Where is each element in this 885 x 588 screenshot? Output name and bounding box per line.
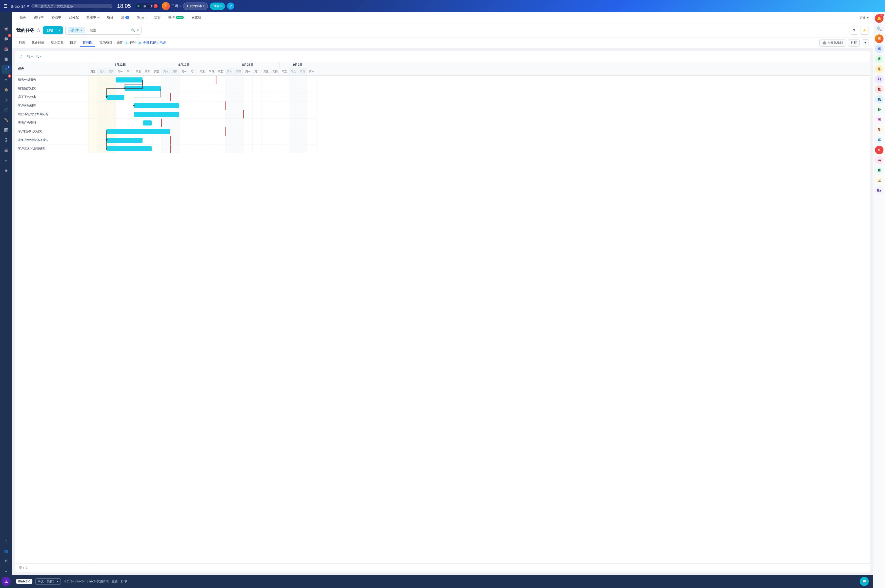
right-avatar-8[interactable]: 孙 xyxy=(875,105,883,114)
expand-dropdown-btn[interactable]: ▾ xyxy=(862,39,869,46)
tab-projects[interactable]: 项目 xyxy=(103,12,117,23)
right-avatar-13[interactable]: 褚 xyxy=(875,166,883,175)
sidebar-icon-edit[interactable]: ✏️ xyxy=(2,116,11,124)
gantt-bar[interactable] xyxy=(125,86,161,91)
gantt-row[interactable] xyxy=(88,84,316,93)
gantt-row[interactable] xyxy=(88,136,316,144)
gantt-row[interactable] xyxy=(88,118,316,127)
view-gantt[interactable]: 甘特图 xyxy=(80,39,95,46)
table-row[interactable]: 查看广告资料 xyxy=(15,118,88,127)
task-search-input[interactable] xyxy=(87,28,129,32)
sidebar-icon-users[interactable]: 👥 xyxy=(2,546,11,556)
gantt-row[interactable] xyxy=(88,110,316,118)
global-search[interactable]: 🔍 xyxy=(32,4,113,8)
right-avatar-3[interactable]: 张 xyxy=(875,55,883,63)
sidebar-icon-chat[interactable]: 💬1 xyxy=(2,34,11,44)
user-profile[interactable]: 王 王明 ▾ xyxy=(162,2,181,10)
footer-link-theme[interactable]: 主题 xyxy=(112,580,118,583)
my-version-btn[interactable]: ✦ 我的版本 ▾ xyxy=(183,3,208,10)
tab-trash[interactable]: 回收站 xyxy=(188,12,205,23)
gantt-bar[interactable] xyxy=(143,120,152,126)
zoom-in-icon[interactable]: 🔍+ xyxy=(35,53,42,60)
right-sidebar-notification[interactable]: 🔔 11 xyxy=(875,14,883,23)
footer-link-print[interactable]: 打印 xyxy=(121,580,127,583)
sidebar-icon-db[interactable]: 🗄 xyxy=(2,136,11,145)
sidebar-icon-store[interactable]: 🛒 xyxy=(2,105,11,114)
right-avatar-12[interactable]: 冯 xyxy=(875,156,883,165)
gantt-row[interactable] xyxy=(88,144,316,153)
print-icon[interactable]: 🖨 xyxy=(18,53,24,60)
tab-watching[interactable]: 关注中 ◀ xyxy=(83,12,103,23)
sidebar-icon-profile[interactable]: 王 xyxy=(2,577,11,586)
tab-helping[interactable]: 协助中 xyxy=(48,12,65,23)
sidebar-icon-grid[interactable]: ⊞ xyxy=(2,14,11,23)
right-avatar-2[interactable]: 李 xyxy=(875,45,883,53)
table-row[interactable]: 现代市场营销发展问题 xyxy=(15,110,88,118)
sidebar-icon-target[interactable]: ◎ xyxy=(2,95,11,104)
sidebar-icon-feed[interactable]: 📢 xyxy=(2,24,11,33)
sidebar-icon-add[interactable]: + xyxy=(2,567,11,576)
footer-language[interactable]: 中文（简体） ▾ xyxy=(35,578,61,585)
tab-more[interactable]: 更多 ▾ xyxy=(859,15,869,20)
gantt-bar[interactable] xyxy=(134,112,179,117)
view-calendar[interactable]: 日历 xyxy=(67,39,79,46)
table-row[interactable]: 销售情况研究 xyxy=(15,84,88,93)
gantt-row[interactable] xyxy=(88,76,316,84)
favorite-icon[interactable]: ☆ xyxy=(36,28,41,33)
right-avatar-1[interactable]: 王 xyxy=(875,34,883,43)
table-row[interactable]: 员工工作效率 xyxy=(15,93,88,102)
sidebar-icon-home[interactable]: 🏠 xyxy=(2,85,11,94)
create-dropdown-btn[interactable]: ▾ xyxy=(57,26,63,34)
tab-monitor[interactable]: 监管 xyxy=(150,12,164,23)
right-avatar-4[interactable]: 陈 xyxy=(875,65,883,74)
sidebar-icon-robot[interactable]: 🤖 xyxy=(2,146,11,155)
settings-btn[interactable]: ⚙ xyxy=(850,26,858,34)
hamburger-icon[interactable]: ☰ xyxy=(3,2,9,10)
mark-all-read-btn[interactable]: 全部标记为已读 xyxy=(143,40,166,45)
gantt-bar[interactable] xyxy=(107,94,124,100)
gantt-bar[interactable] xyxy=(107,129,170,134)
right-avatar-14[interactable]: 卫 xyxy=(875,176,883,185)
zoom-out-icon[interactable]: 🔍− xyxy=(27,53,33,60)
sidebar-icon-crm[interactable]: ≡2 xyxy=(2,75,11,84)
filter-tag-inprogress[interactable]: 进行中 ✕ xyxy=(68,27,85,33)
tab-efficiency[interactable]: 效率 100% xyxy=(165,12,187,23)
create-task-btn[interactable]: 创建 xyxy=(43,26,57,34)
sidebar-icon-chart[interactable]: 📊 xyxy=(2,126,11,135)
gantt-row[interactable] xyxy=(88,93,316,102)
view-list[interactable]: 列表 xyxy=(16,39,28,46)
sidebar-icon-tasks[interactable]: ✓1 xyxy=(2,65,11,74)
gantt-bar[interactable] xyxy=(107,146,152,151)
sidebar-icon-settings[interactable]: ⚙ xyxy=(2,556,11,566)
automation-btn[interactable]: 🤖 自动化规则 xyxy=(819,39,846,46)
tab-tasks[interactable]: 任务 xyxy=(16,12,30,23)
gantt-row[interactable] xyxy=(88,102,316,110)
table-row[interactable]: 准备今年销售分析报告 xyxy=(15,136,88,144)
filter-close-btn[interactable]: ✕ xyxy=(80,28,83,32)
right-avatar-15[interactable]: Ea xyxy=(875,186,883,195)
tab-flow[interactable]: 流 6 xyxy=(117,12,133,23)
footer-logo[interactable]: Bitrix24© xyxy=(16,579,32,584)
table-row[interactable]: 客户意见和反馈研究 xyxy=(15,144,88,153)
sidebar-icon-apps[interactable]: ◉ xyxy=(2,166,11,175)
clear-search-icon[interactable]: ✕ xyxy=(137,28,139,32)
footer-link-implement[interactable]: Bitrix24实施请求 xyxy=(87,580,109,583)
gantt-bar[interactable] xyxy=(134,103,179,108)
sidebar-icon-calendar[interactable]: 📅 xyxy=(2,45,11,54)
right-avatar-11[interactable]: 郑 xyxy=(875,136,883,144)
right-notification-badge[interactable]: 公 xyxy=(875,146,883,154)
invite-btn[interactable]: 邀请 ▾ xyxy=(210,3,225,10)
right-avatar-9[interactable]: 周 xyxy=(875,116,883,124)
sidebar-icon-help[interactable]: ? xyxy=(2,536,11,546)
gantt-row[interactable] xyxy=(88,127,316,136)
right-avatar-10[interactable]: 吴 xyxy=(875,126,883,134)
gantt-bar[interactable] xyxy=(107,138,143,143)
table-row[interactable]: 客户购买行为研究 xyxy=(15,127,88,136)
footer-chat-btn[interactable]: 💬 xyxy=(860,577,869,586)
search-input[interactable] xyxy=(40,4,109,8)
right-sidebar-search[interactable]: 🔍 xyxy=(875,24,883,33)
right-avatar-6[interactable]: 赵 xyxy=(875,85,883,94)
tab-inprogress[interactable]: 进行中 xyxy=(30,12,47,23)
view-planner[interactable]: 规划工具 xyxy=(48,39,66,46)
view-deadline[interactable]: 截止时间 xyxy=(29,39,47,46)
